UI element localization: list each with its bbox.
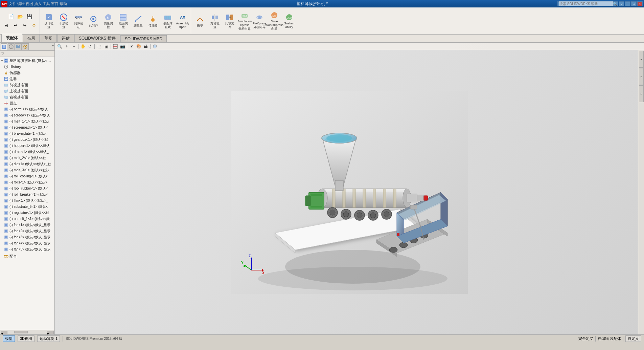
- part-tree-item[interactable]: (-) brakerplate<1> (默认<: [0, 131, 54, 137]
- simulation-xpress-button[interactable]: SIM SimulationXpress分析向导: [237, 13, 252, 29]
- titlebar-menu[interactable]: 文件 编辑 视图 插入 工具 窗口 帮助: [9, 1, 67, 6]
- tab-layout[interactable]: 布局: [23, 34, 40, 42]
- measure-button[interactable]: 测量量: [131, 13, 145, 29]
- minimize-button[interactable]: —: [625, 1, 630, 6]
- part-tree-item[interactable]: (-) roll_cooling<1> (默认<: [0, 173, 54, 179]
- rotate-button[interactable]: ↺: [87, 43, 93, 49]
- pan-button[interactable]: ✋: [79, 43, 86, 49]
- mates-item[interactable]: 配合: [0, 253, 54, 259]
- scrollbar-track[interactable]: [7, 331, 47, 334]
- open-button[interactable]: 📂: [16, 13, 25, 21]
- right-plane-item[interactable]: 右视基准面: [0, 94, 54, 100]
- part-tree-item[interactable]: (-) screew<1> (默认<<默认: [0, 112, 54, 118]
- hole-align-button[interactable]: 孔对齐: [86, 13, 101, 29]
- save-button[interactable]: 💾: [25, 13, 34, 21]
- history-item[interactable]: History: [0, 64, 54, 70]
- lighting-button[interactable]: ☀: [128, 43, 135, 49]
- scroll-right-button[interactable]: ▸: [47, 331, 54, 334]
- appearance-button[interactable]: 🎨: [135, 43, 142, 49]
- tab-solidworks-plugins[interactable]: SOLIDWORKS 插件: [74, 34, 120, 42]
- part-tree-item[interactable]: (-) film<1> (默认<<默认>_: [0, 198, 54, 204]
- part-tree-item[interactable]: (-) unmelt_1<1> (默认<<默: [0, 216, 54, 222]
- clearance-verify-button[interactable]: GAP 间隙验证: [71, 13, 86, 29]
- view-orientation-button[interactable]: ⬚: [96, 43, 102, 49]
- print-button[interactable]: 🖨: [2, 21, 11, 29]
- part-tree-item[interactable]: (-) fan<1> (默认<默认_显示: [0, 222, 54, 228]
- lp-horizontal-scrollbar[interactable]: ◂ ▸: [0, 330, 54, 334]
- property-tab[interactable]: i: [8, 43, 15, 50]
- annotations-item[interactable]: 注释: [0, 76, 54, 82]
- root-expand-arrow[interactable]: ▼: [1, 59, 3, 62]
- redo-button[interactable]: ↪: [20, 21, 29, 29]
- drive-works-button[interactable]: DW DriveWorksXpress向导: [267, 13, 282, 29]
- tree-root-item[interactable]: ▼ 塑料薄膜挤出机 (默认<默认_显示: [0, 58, 54, 64]
- part-tree-item[interactable]: (-) regulator<1> (默认<<默: [0, 210, 54, 216]
- front-plane-item[interactable]: 前视基准面: [0, 82, 54, 88]
- scene-button[interactable]: 🏔: [142, 43, 149, 49]
- model-tab-button[interactable]: 模型: [3, 335, 15, 342]
- part-tree-item[interactable]: (-) fan<4> (默认<默认_显示: [0, 240, 54, 246]
- symmetry-check-button[interactable]: 对称检查: [207, 13, 222, 29]
- compare-docs-button[interactable]: ≅ 比较文件: [222, 13, 237, 29]
- new-button[interactable]: 📄: [7, 13, 16, 21]
- part-tree-item[interactable]: (-) substrate_2<1> (默认<: [0, 204, 54, 210]
- part-tree-item[interactable]: (-) fan<3> (默认<默认_显示: [0, 234, 54, 240]
- zoom-in-button[interactable]: +: [63, 43, 70, 49]
- 3dview-tab-button[interactable]: 3D视图: [18, 335, 34, 342]
- close-button[interactable]: ×: [637, 1, 643, 6]
- help-button[interactable]: ?: [619, 1, 624, 6]
- config-tab[interactable]: [15, 43, 22, 50]
- sensors-item[interactable]: 传感器: [0, 70, 54, 76]
- flo-xpress-button[interactable]: FLO FloXpress分析向导: [252, 13, 267, 29]
- zoom-out-button[interactable]: −: [70, 43, 77, 49]
- part-tree-item[interactable]: (-) fan<5> (默认<默认_显示: [0, 246, 54, 253]
- section-view-button[interactable]: [112, 43, 119, 49]
- motion-study-tab-button[interactable]: 运动算例 1: [37, 335, 60, 342]
- part-tree-item[interactable]: (-) rolls<1> (默认<<默认>: [0, 179, 54, 185]
- panel-expand-button[interactable]: »: [52, 43, 54, 47]
- part-tree-item[interactable]: (-) die<1> (默认<<默认>_默: [0, 161, 54, 167]
- display-style-button[interactable]: ▣: [103, 43, 110, 49]
- part-tree-item[interactable]: (-) melt_1<1> (默认<<默认: [0, 118, 54, 125]
- top-plane-item[interactable]: 上视基准面: [0, 88, 54, 94]
- section-property-button[interactable]: 截面属性: [116, 13, 131, 29]
- part-tree-item[interactable]: (-) gearbox<1> (默认<<默: [0, 137, 54, 143]
- view-camera-button[interactable]: 📷: [119, 43, 126, 49]
- maximize-button[interactable]: □: [631, 1, 637, 6]
- tab-evaluate[interactable]: 评估: [57, 34, 74, 42]
- search-box[interactable]: 🔍: [557, 1, 618, 6]
- feature-tree-tab[interactable]: [1, 43, 7, 50]
- interference-check-button[interactable]: 干涉检查: [56, 13, 71, 29]
- tasks-panel-toggle[interactable]: ▸: [639, 68, 644, 85]
- tab-sketch[interactable]: 草图: [40, 34, 57, 42]
- window-controls[interactable]: 🔍 ? — □ ×: [557, 1, 643, 6]
- sustainability-button[interactable]: ECO Sustainability: [282, 13, 297, 29]
- display-tab[interactable]: [22, 43, 29, 50]
- feature-tree[interactable]: ▼ 塑料薄膜挤出机 (默认<默认_显示 History 传感器: [0, 57, 54, 330]
- zoom-to-fit-button[interactable]: 🔍: [56, 43, 63, 49]
- scrollbar-thumb[interactable]: [14, 331, 28, 333]
- part-tree-item[interactable]: (-) hopper<1> (默认<<默认: [0, 143, 54, 149]
- assembly-xpert-button[interactable]: AX AssemblyXpert: [175, 13, 190, 29]
- assembly-visual-button[interactable]: 装配体直观: [160, 13, 175, 29]
- model-view[interactable]: Z X Y: [55, 50, 644, 334]
- part-tree-item[interactable]: (-) melt_3<1> (默认<<默认: [0, 167, 54, 173]
- part-tree-item[interactable]: (-) melt_2<1> (默认<<默: [0, 155, 54, 161]
- origin-item[interactable]: 原点: [0, 100, 54, 106]
- part-tree-item[interactable]: (-) rool_rubber<1> (默认<: [0, 185, 54, 192]
- part-tree-item[interactable]: (-) drain<1> (默认<<默认_: [0, 149, 54, 155]
- solidworks-search-input[interactable]: [559, 1, 613, 6]
- curvature-button[interactable]: 曲率: [192, 13, 207, 29]
- tab-assembly[interactable]: 装配体: [1, 34, 22, 42]
- customize-button[interactable]: 自定义: [625, 335, 641, 342]
- custom-panel-toggle[interactable]: ▸: [639, 85, 644, 102]
- realview-button[interactable]: [152, 43, 158, 49]
- tab-solidworks-mbd[interactable]: SOLIDWORKS MBD: [120, 35, 167, 42]
- undo-button[interactable]: ↩: [11, 21, 20, 29]
- scroll-left-button[interactable]: ◂: [1, 331, 7, 334]
- part-tree-item[interactable]: (-) screenpack<1> (默认<: [0, 125, 54, 131]
- part-tree-item[interactable]: (-) roll_breaker<1> (默认<: [0, 192, 54, 198]
- mass-property-button[interactable]: M 质量属性: [101, 13, 116, 29]
- view-panel-toggle[interactable]: ▸: [639, 51, 644, 68]
- part-tree-item[interactable]: (-) barrel<1> (默认<<默认: [0, 106, 54, 112]
